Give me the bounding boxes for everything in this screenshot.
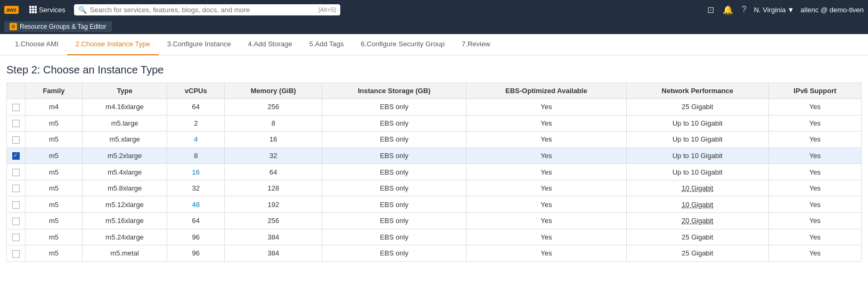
row-ebs: Yes [466,131,626,148]
row-vcpus[interactable]: 16 [167,164,225,180]
header-family: Family [26,83,83,99]
row-ipv6: Yes [768,245,861,262]
row-checkbox-cell[interactable] [7,229,26,245]
region-chevron-icon: ▼ [787,6,794,14]
row-checkbox-cell[interactable] [7,147,26,164]
row-storage: EBS only [322,131,466,148]
row-family: m5 [26,131,83,148]
row-checkbox[interactable] [12,201,20,209]
search-bar[interactable]: 🔍 [Alt+S] [74,4,340,15]
header-checkbox [7,83,26,99]
row-ebs: Yes [466,245,626,262]
header-network: Network Performance [626,83,768,99]
vcpus-link[interactable]: 16 [192,168,200,176]
top-navigation: aws Services 🔍 [Alt+S] ⊡ 🔔 ? N. Virginia… [0,0,868,19]
aws-logo-text: aws [4,6,19,14]
row-storage: EBS only [322,196,466,213]
table-row[interactable]: m5m5.12xlarge48192EBS onlyYes10 GigabitY… [7,196,862,213]
row-checkbox[interactable] [12,218,20,225]
row-checkbox-cell[interactable] [7,245,26,262]
row-vcpus: 32 [167,180,225,196]
vcpus-link[interactable]: 4 [194,135,198,143]
tab-configure-instance[interactable]: 3. Configure Instance [159,34,240,55]
table-row[interactable]: m4m4.16xlarge64256EBS onlyYes25 GigabitY… [7,99,862,116]
row-network: Up to 10 Gigabit [626,115,768,131]
row-vcpus: 2 [167,115,225,131]
row-checkbox-cell[interactable] [7,115,26,131]
user-menu[interactable]: allenc @ demo-tlven [800,6,864,14]
row-checkbox[interactable] [12,136,20,144]
row-memory: 16 [225,131,322,148]
tab-configure-security-group[interactable]: 6. Configure Security Group [353,34,454,55]
resource-groups-button[interactable]: ⚙ Resource Groups & Tag Editor [4,21,112,32]
table-row[interactable]: m5m5.8xlarge32128EBS onlyYes10 GigabitYe… [7,180,862,196]
row-storage: EBS only [322,212,466,229]
resource-bar-label: Resource Groups & Tag Editor [20,23,107,30]
row-family: m4 [26,99,83,116]
row-checkbox-cell[interactable] [7,164,26,180]
row-checkbox-cell[interactable] [7,99,26,116]
tab-review[interactable]: 7. Review [453,34,498,55]
row-vcpus: 64 [167,99,225,116]
table-row[interactable]: m5m5.16xlarge64256EBS onlyYes20 GigabitY… [7,212,862,229]
table-row[interactable]: m5m5.2xlarge832EBS onlyYesUp to 10 Gigab… [7,147,862,164]
tab-choose-instance-type[interactable]: 2. Choose Instance Type [67,34,159,55]
row-ipv6: Yes [768,180,861,196]
row-checkbox[interactable] [12,104,20,111]
row-family: m5 [26,115,83,131]
row-ebs: Yes [466,196,626,213]
services-label: Services [39,6,65,14]
row-ipv6: Yes [768,212,861,229]
row-network: 10 Gigabit [626,180,768,196]
row-storage: EBS only [322,164,466,180]
row-memory: 256 [225,212,322,229]
tab-add-storage[interactable]: 4. Add Storage [240,34,301,55]
row-storage: EBS only [322,115,466,131]
table-row[interactable]: m5m5.24xlarge96384EBS onlyYes25 GigabitY… [7,229,862,245]
services-button[interactable]: Services [25,4,70,16]
search-shortcut: [Alt+S] [318,6,336,13]
row-checkbox-cell[interactable] [7,196,26,213]
instance-table: Family Type vCPUs Memory (GiB) Instance … [6,82,862,262]
row-checkbox[interactable] [12,120,20,127]
header-ipv6: IPv6 Support [768,83,861,99]
nav-right: ⊡ 🔔 ? N. Virginia ▼ allenc @ demo-tlven [706,4,864,16]
row-ebs: Yes [466,180,626,196]
row-memory: 384 [225,229,322,245]
tab-choose-ami[interactable]: 1. Choose AMI [6,34,67,55]
row-vcpus[interactable]: 48 [167,196,225,213]
row-checkbox[interactable] [12,169,20,176]
region-selector[interactable]: N. Virginia ▼ [754,6,795,14]
row-memory: 128 [225,180,322,196]
row-checkbox-cell[interactable] [7,212,26,229]
row-checkbox[interactable] [12,185,20,192]
row-checkbox-cell[interactable] [7,131,26,148]
row-memory: 256 [225,99,322,116]
row-vcpus[interactable]: 4 [167,131,225,148]
page-title: Step 2: Choose an Instance Type [6,64,862,76]
row-ebs: Yes [466,147,626,164]
row-checkbox[interactable] [12,152,20,160]
resource-bar: ⚙ Resource Groups & Tag Editor [0,19,868,34]
bell-icon[interactable]: 🔔 [722,4,734,16]
main-content: Step 2: Choose an Instance Type Family T… [0,55,868,266]
row-checkbox[interactable] [12,250,20,258]
table-row[interactable]: m5m5.metal96384EBS onlyYes25 GigabitYes [7,245,862,262]
table-row[interactable]: m5m5.large28EBS onlyYesUp to 10 GigabitY… [7,115,862,131]
header-vcpus: vCPUs [167,83,225,99]
search-input[interactable] [90,6,315,14]
row-checkbox-cell[interactable] [7,180,26,196]
table-row[interactable]: m5m5.xlarge416EBS onlyYesUp to 10 Gigabi… [7,131,862,148]
vcpus-link[interactable]: 48 [192,201,200,209]
table-row[interactable]: m5m5.4xlarge1664EBS onlyYesUp to 10 Giga… [7,164,862,180]
terminal-icon[interactable]: ⊡ [706,4,715,16]
tab-add-tags[interactable]: 5. Add Tags [301,34,353,55]
row-network: Up to 10 Gigabit [626,164,768,180]
row-family: m5 [26,196,83,213]
search-icon: 🔍 [78,6,87,14]
row-network: 25 Gigabit [626,245,768,262]
aws-logo[interactable]: aws [4,6,19,14]
row-type: m5.4xlarge [82,164,167,180]
row-checkbox[interactable] [12,234,20,241]
help-icon[interactable]: ? [741,4,748,15]
